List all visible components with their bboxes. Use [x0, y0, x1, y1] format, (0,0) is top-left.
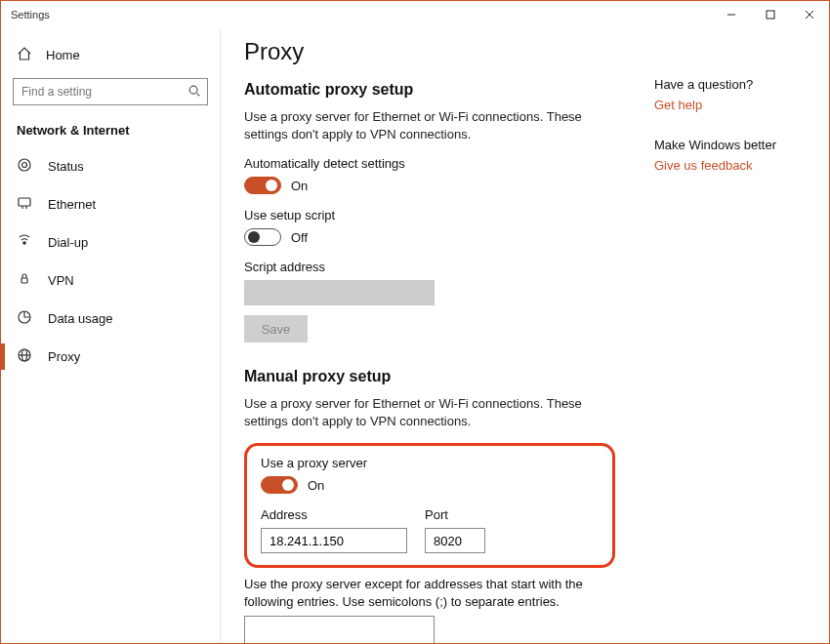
svg-rect-8 — [19, 198, 30, 206]
main: Proxy Automatic proxy setup Use a proxy … — [221, 28, 829, 643]
sidebar-item-label: Proxy — [48, 349, 80, 364]
window-controls — [712, 1, 829, 28]
auto-setup-desc: Use a proxy server for Ethernet or Wi-Fi… — [244, 108, 615, 142]
svg-point-7 — [22, 163, 27, 168]
feedback-link[interactable]: Give us feedback — [654, 158, 776, 173]
auto-detect-label: Automatically detect settings — [244, 156, 615, 171]
script-address-label: Script address — [244, 260, 615, 274]
home-label: Home — [46, 48, 80, 62]
close-button[interactable] — [790, 1, 829, 28]
use-proxy-state: On — [308, 478, 324, 493]
sidebar-item-dialup[interactable]: Dial-up — [1, 223, 220, 262]
maximize-button[interactable] — [751, 1, 790, 28]
use-proxy-label: Use a proxy server — [261, 456, 599, 470]
setup-script-state: Off — [291, 230, 308, 245]
proxy-icon — [17, 347, 32, 366]
minimize-button[interactable] — [712, 1, 751, 28]
sidebar-item-proxy[interactable]: Proxy — [1, 338, 220, 376]
datausage-icon — [17, 309, 32, 328]
sidebar-item-datausage[interactable]: Data usage — [1, 300, 220, 338]
svg-rect-12 — [21, 278, 27, 283]
get-help-link[interactable]: Get help — [654, 98, 776, 112]
auto-detect-state: On — [291, 179, 308, 193]
setup-script-label: Use setup script — [244, 208, 615, 222]
sidebar-item-label: VPN — [48, 273, 74, 288]
home-icon — [17, 46, 32, 64]
window-title: Settings — [11, 9, 50, 20]
svg-line-5 — [197, 93, 200, 96]
script-address-input — [244, 280, 435, 305]
exceptions-desc: Use the proxy server except for addresse… — [244, 576, 615, 610]
auto-setup-title: Automatic proxy setup — [244, 81, 615, 99]
aside: Have a question? Get help Make Windows b… — [654, 38, 776, 643]
sidebar-item-label: Data usage — [48, 311, 113, 326]
save-label: Save — [262, 322, 291, 337]
dialup-icon — [17, 233, 32, 252]
titlebar: Settings — [1, 1, 829, 28]
highlight-annotation: Use a proxy server On Address Port — [244, 443, 615, 568]
auto-save-button: Save — [244, 315, 308, 342]
svg-rect-1 — [767, 11, 774, 19]
svg-point-11 — [23, 242, 25, 244]
address-input[interactable] — [261, 528, 407, 553]
ethernet-icon — [17, 195, 32, 214]
manual-setup-desc: Use a proxy server for Ethernet or Wi-Fi… — [244, 395, 615, 429]
home-button[interactable]: Home — [1, 40, 220, 78]
sidebar-item-ethernet[interactable]: Ethernet — [1, 185, 220, 223]
exceptions-input[interactable] — [244, 616, 435, 643]
status-icon — [17, 157, 32, 176]
manual-setup-title: Manual proxy setup — [244, 368, 615, 385]
sidebar-item-status[interactable]: Status — [1, 147, 220, 185]
sidebar-item-label: Ethernet — [48, 197, 96, 212]
question-heading: Have a question? — [654, 77, 776, 92]
page-title: Proxy — [244, 38, 615, 65]
feedback-heading: Make Windows better — [654, 138, 776, 152]
use-proxy-toggle[interactable] — [261, 476, 298, 494]
port-input[interactable] — [425, 528, 485, 553]
auto-detect-toggle[interactable] — [244, 177, 281, 194]
svg-point-4 — [189, 86, 197, 94]
svg-point-6 — [19, 159, 30, 171]
port-label: Port — [425, 507, 485, 522]
search-placeholder: Find a setting — [21, 85, 92, 99]
sidebar-item-label: Dial-up — [48, 235, 88, 250]
search-input[interactable]: Find a setting — [13, 78, 208, 105]
sidebar: Home Find a setting Network & Internet S… — [1, 28, 221, 643]
address-label: Address — [261, 507, 407, 522]
sidebar-section-title: Network & Internet — [1, 123, 220, 147]
sidebar-item-label: Status — [48, 159, 84, 174]
search-icon — [187, 84, 201, 101]
sidebar-item-vpn[interactable]: VPN — [1, 262, 220, 300]
vpn-icon — [17, 271, 32, 290]
content: Proxy Automatic proxy setup Use a proxy … — [244, 38, 615, 643]
setup-script-toggle[interactable] — [244, 228, 281, 246]
